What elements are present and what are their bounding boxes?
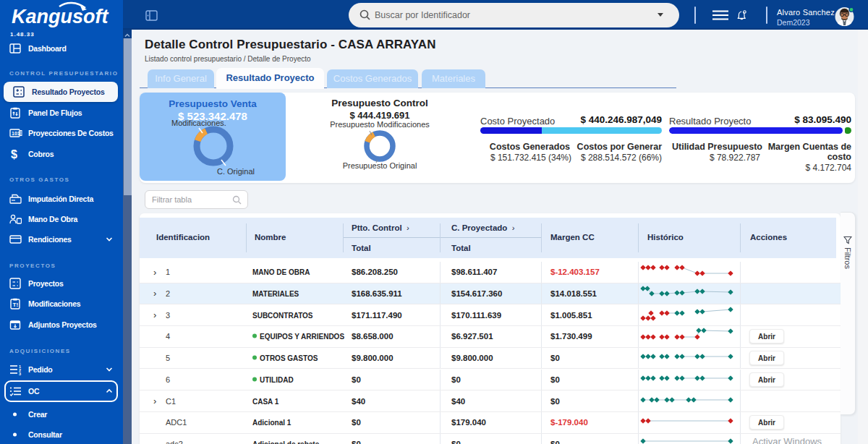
svg-text:T!: T! xyxy=(13,302,19,308)
svg-text:101: 101 xyxy=(12,131,20,136)
svg-text:$: $ xyxy=(11,148,17,161)
svg-text:3: 3 xyxy=(19,372,21,375)
